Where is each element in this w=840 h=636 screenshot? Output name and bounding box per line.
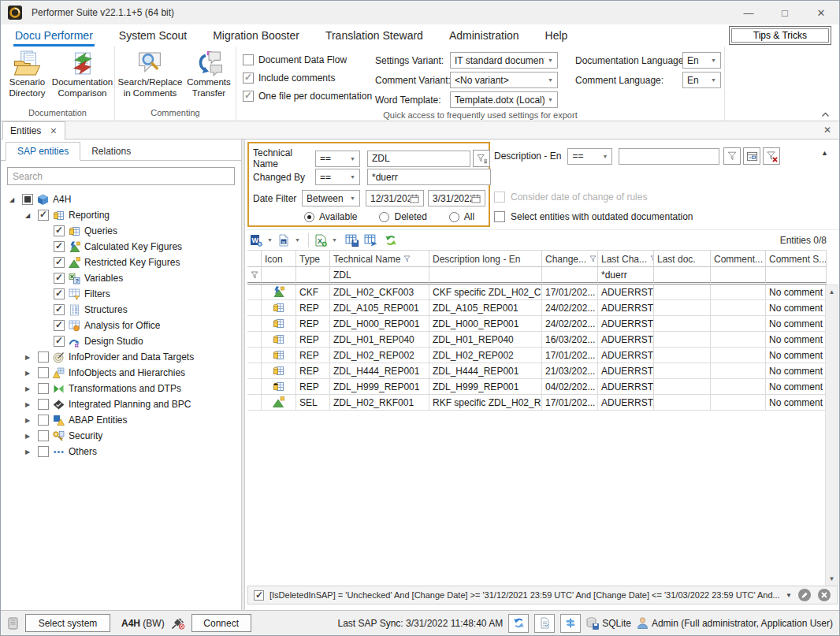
checkbox-icon[interactable] bbox=[243, 91, 254, 102]
entity-row[interactable]: SEL ZDL_H02_RKF001 RKF specific ZDL_H02_… bbox=[247, 395, 827, 411]
chevron-down-icon[interactable]: ▼ bbox=[267, 237, 273, 243]
chevron-down-icon[interactable]: ▼ bbox=[332, 237, 337, 243]
tree-checkbox[interactable] bbox=[54, 304, 65, 315]
refresh-button[interactable] bbox=[385, 234, 397, 247]
tab-migration-booster[interactable]: Migration Booster bbox=[213, 24, 299, 46]
clear-filter-button[interactable] bbox=[763, 147, 780, 165]
filter-cell-icon[interactable] bbox=[262, 267, 296, 285]
filter-editor-button[interactable] bbox=[743, 147, 760, 165]
remove-filter-button[interactable] bbox=[817, 588, 831, 602]
filter-cell-comment-status[interactable] bbox=[766, 267, 827, 285]
tree-checkbox[interactable] bbox=[54, 225, 65, 236]
search-replace-comments-button[interactable]: Search/Replace in Comments bbox=[117, 49, 184, 99]
radio-deleted[interactable]: Deleted bbox=[379, 211, 426, 222]
tree-checkbox[interactable] bbox=[54, 273, 65, 284]
tree-checkbox[interactable] bbox=[38, 415, 49, 426]
date-filter-operator-select[interactable]: Between ▼ bbox=[302, 190, 360, 206]
tab-docu-performer[interactable]: Docu Performer bbox=[15, 24, 93, 46]
header-technical-name[interactable]: Technical Name bbox=[330, 250, 429, 267]
connection-settings-button[interactable] bbox=[560, 614, 581, 633]
documentation-comparison-button[interactable]: Documentation Comparison bbox=[52, 49, 113, 99]
radio-available[interactable]: Available bbox=[304, 211, 357, 222]
header-comment-status[interactable]: Comment S... bbox=[766, 250, 827, 267]
include-comments-checkbox[interactable]: Include comments bbox=[243, 73, 370, 84]
collapse-filter-panel-icon[interactable]: ▲ bbox=[821, 149, 828, 157]
radio-icon[interactable] bbox=[304, 212, 314, 222]
word-template-button[interactable]: w bbox=[277, 234, 290, 247]
entity-row[interactable]: REP ZDL_A105_REP001 ZDL_A105_REP001 24/0… bbox=[247, 300, 827, 316]
header-icon[interactable]: Icon bbox=[262, 250, 296, 267]
header-last-changed[interactable]: Last Cha... bbox=[598, 250, 654, 267]
documentation-language-select[interactable]: En ▼ bbox=[682, 52, 721, 69]
entity-row[interactable]: REP ZDL_H02_REP002 ZDL_H02_REP002 17/01/… bbox=[247, 348, 827, 363]
expand-collapse-icon[interactable]: ▶ bbox=[21, 417, 34, 424]
technical-name-operator-select[interactable]: == ▼ bbox=[315, 151, 360, 167]
tree-item-filters[interactable]: Filters bbox=[1, 286, 241, 302]
log-document-button[interactable] bbox=[534, 614, 555, 633]
filter-cell-type[interactable] bbox=[296, 267, 330, 285]
tree-item-reporting[interactable]: ◢ Reporting bbox=[1, 207, 241, 223]
date-to-input[interactable]: 3/31/2022 bbox=[428, 190, 485, 206]
changed-by-operator-select[interactable]: == ▼ bbox=[315, 169, 360, 185]
tree-item-a4h[interactable]: ◢ A4H bbox=[1, 192, 241, 207]
radio-all[interactable]: All bbox=[449, 211, 474, 222]
close-all-tabs-icon[interactable]: ✕ bbox=[823, 125, 831, 136]
close-button[interactable]: ✕ bbox=[803, 1, 839, 24]
scroll-down-icon[interactable]: ▼ bbox=[829, 572, 835, 586]
tree-item-analysis-for-office[interactable]: Analysis for Office bbox=[1, 318, 241, 333]
radio-icon[interactable] bbox=[449, 212, 459, 222]
tree-checkbox[interactable] bbox=[38, 446, 49, 457]
chevron-down-icon[interactable]: ▼ bbox=[295, 237, 300, 243]
filter-cell-change-date[interactable] bbox=[542, 267, 598, 285]
filter-menu-button[interactable] bbox=[473, 150, 490, 167]
scroll-up-icon[interactable]: ▲ bbox=[829, 285, 835, 299]
tree-checkbox[interactable] bbox=[22, 194, 33, 205]
tab-help[interactable]: Help bbox=[545, 24, 568, 46]
expand-collapse-icon[interactable]: ◢ bbox=[21, 212, 34, 219]
tree-checkbox[interactable] bbox=[54, 288, 65, 299]
minimize-button[interactable]: — bbox=[730, 1, 767, 24]
tree-item-infoprovider[interactable]: ▶ InfoProvider and Data Targets bbox=[1, 349, 241, 365]
chevron-down-icon[interactable]: ▼ bbox=[786, 592, 792, 599]
radio-icon[interactable] bbox=[379, 212, 389, 222]
tree-item-abap-entities[interactable]: ▶ ABAP Entities bbox=[1, 412, 241, 428]
tree-item-others[interactable]: ▶ Others bbox=[1, 444, 241, 459]
checkbox-icon[interactable] bbox=[243, 54, 254, 65]
filter-cell-last-doc[interactable] bbox=[654, 267, 711, 285]
tree-checkbox[interactable] bbox=[54, 257, 65, 268]
expand-collapse-icon[interactable]: ▶ bbox=[21, 448, 34, 456]
header-comment[interactable]: Comment... bbox=[711, 250, 766, 267]
filter-expression-checkbox[interactable] bbox=[254, 590, 264, 601]
date-from-input[interactable]: 12/31/202 bbox=[366, 190, 424, 206]
export-word-button[interactable]: W bbox=[250, 234, 262, 247]
tree-item-security[interactable]: ▶ Security bbox=[1, 428, 241, 444]
tree-item-transformations[interactable]: ▶ Transformations and DTPs bbox=[1, 381, 241, 396]
header-last-doc[interactable]: Last doc. bbox=[654, 250, 711, 267]
export-excel-button[interactable]: X bbox=[314, 234, 327, 247]
expand-collapse-icon[interactable]: ▶ bbox=[21, 370, 34, 377]
tree-item-integrated-planning[interactable]: ▶ Integrated Planning and BPC bbox=[1, 396, 241, 412]
expand-collapse-icon[interactable]: ◢ bbox=[6, 196, 18, 203]
expand-collapse-icon[interactable]: ▶ bbox=[21, 385, 34, 392]
entity-row[interactable]: REP ZDL_H01_REP040 ZDL_H01_REP040 16/03/… bbox=[247, 332, 827, 348]
tree-item-variables[interactable]: ? Variables bbox=[1, 270, 241, 286]
outdated-doc-row[interactable]: Select entities with outdated documentat… bbox=[494, 211, 693, 222]
sync-button[interactable] bbox=[508, 614, 529, 633]
edit-filter-button[interactable] bbox=[797, 588, 812, 602]
expand-collapse-icon[interactable]: ▶ bbox=[21, 401, 34, 408]
tab-sap-entities[interactable]: SAP entities bbox=[6, 142, 80, 161]
outdated-doc-checkbox[interactable] bbox=[494, 211, 505, 222]
entity-row[interactable]: REP ZDL_H000_REP001 ZDL_H000_REP001 24/0… bbox=[247, 316, 827, 332]
tree-item-structures[interactable]: Structures bbox=[1, 302, 241, 318]
entity-row[interactable]: REP ZDL_H999_REP001 ZDL_H999_REP001 04/0… bbox=[247, 379, 827, 395]
tree-item-calculated-key-figures[interactable]: Calculated Key Figures bbox=[1, 239, 241, 255]
expand-collapse-icon[interactable]: ▶ bbox=[21, 433, 34, 440]
tree-checkbox[interactable] bbox=[38, 383, 49, 394]
header-type[interactable]: Type bbox=[296, 250, 330, 267]
one-file-per-doc-checkbox[interactable]: One file per documentation bbox=[243, 91, 370, 102]
document-data-flow-checkbox[interactable]: Document Data Flow bbox=[243, 54, 370, 65]
comments-transfer-button[interactable]: Comments Transfer bbox=[184, 49, 234, 99]
tab-translation-steward[interactable]: Translation Steward bbox=[325, 24, 423, 46]
description-operator-select[interactable]: == ▼ bbox=[567, 148, 612, 165]
entity-row[interactable]: REP ZDL_H444_REP001 ZDL_H444_REP001 21/0… bbox=[247, 363, 827, 379]
